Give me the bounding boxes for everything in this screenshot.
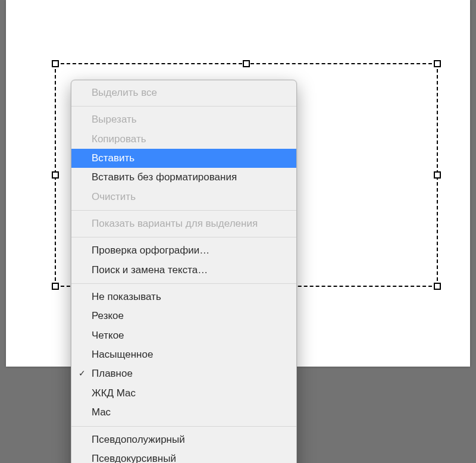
menu-separator: [71, 237, 296, 237]
menu-item-label: Копировать: [92, 132, 146, 147]
context-menu[interactable]: Выделить всеВырезатьКопироватьВставитьВс…: [71, 80, 297, 463]
menu-separator: [71, 426, 296, 427]
menu-item-label: ЖКД Mac: [92, 386, 136, 401]
menu-item[interactable]: Проверка орфографии…: [71, 241, 296, 260]
menu-item-label: Резкое: [92, 308, 124, 324]
menu-item-label: Проверка орфографии…: [92, 243, 209, 258]
resize-handle-bottom-left[interactable]: [52, 283, 59, 290]
menu-item-label: Плавное: [92, 366, 133, 381]
menu-item-label: Псевдополужирный: [92, 432, 185, 448]
menu-item: Копировать: [71, 130, 296, 149]
menu-item-label: Выделить все: [92, 85, 157, 101]
menu-item[interactable]: Mac: [71, 403, 296, 422]
menu-separator: [71, 283, 296, 284]
menu-item[interactable]: Поиск и замена текста…: [71, 261, 296, 280]
menu-item[interactable]: Насыщенное: [71, 345, 296, 364]
menu-item[interactable]: Резкое: [71, 306, 296, 326]
menu-item[interactable]: Вставить: [71, 149, 296, 168]
menu-item-label: Показать варианты для выделения: [92, 216, 258, 232]
menu-item[interactable]: Псевдополужирный: [71, 430, 296, 449]
menu-separator: [71, 210, 296, 211]
resize-handle-top-middle[interactable]: [243, 60, 250, 67]
menu-item[interactable]: ЖКД Mac: [71, 384, 296, 403]
menu-item-label: Вставить без форматирования: [92, 170, 237, 185]
menu-item: Вырезать: [71, 110, 296, 129]
menu-item-label: Поиск и замена текста…: [92, 262, 208, 278]
resize-handle-middle-left[interactable]: [52, 171, 59, 179]
menu-item-label: Насыщенное: [92, 347, 153, 362]
menu-item-label: Вырезать: [92, 112, 137, 127]
resize-handle-top-left[interactable]: [52, 60, 59, 67]
resize-handle-bottom-right[interactable]: [434, 283, 441, 290]
menu-item[interactable]: Псевдокурсивный: [71, 449, 296, 463]
menu-item: Выделить все: [71, 83, 296, 102]
menu-item-label: Псевдокурсивный: [92, 451, 176, 463]
menu-item[interactable]: ✓Плавное: [71, 364, 296, 383]
menu-item-label: Вставить: [92, 151, 134, 166]
menu-item-label: Четкое: [92, 328, 124, 343]
menu-item[interactable]: Четкое: [71, 326, 296, 345]
menu-separator: [71, 106, 296, 107]
menu-item: Очистить: [71, 187, 296, 207]
menu-item-label: Очистить: [92, 189, 136, 205]
menu-item[interactable]: Вставить без форматирования: [71, 168, 296, 187]
menu-item: Показать варианты для выделения: [71, 214, 296, 233]
resize-handle-top-right[interactable]: [434, 60, 441, 67]
menu-item-label: Не показывать: [92, 289, 161, 305]
menu-item[interactable]: Не показывать: [71, 287, 296, 306]
menu-item-label: Mac: [92, 405, 111, 420]
checkmark-icon: ✓: [79, 367, 86, 380]
resize-handle-middle-right[interactable]: [434, 171, 441, 179]
